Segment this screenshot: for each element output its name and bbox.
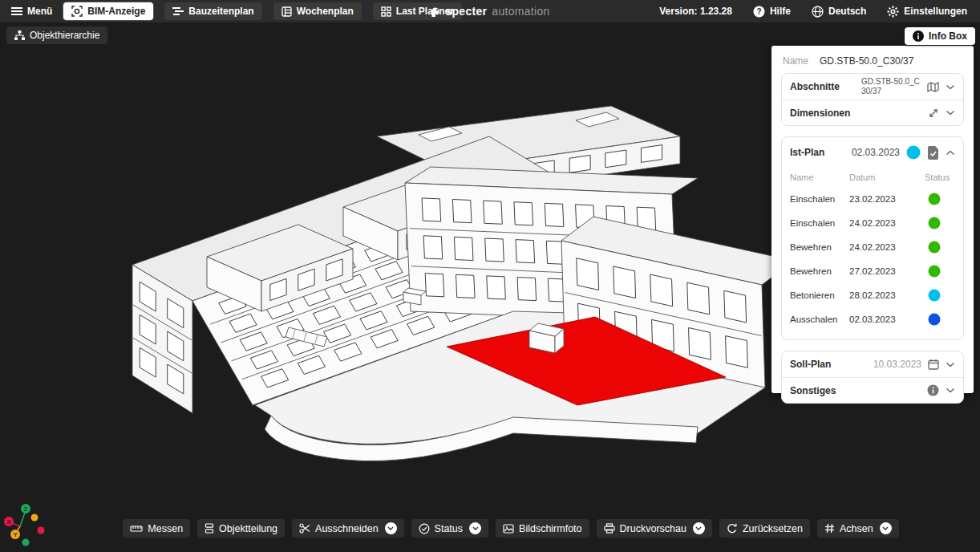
achsen-button[interactable]: Achsen [817,519,899,538]
objektteilung-button[interactable]: Objektteilung [197,519,285,538]
objektteilung-label: Objektteilung [219,523,277,534]
achsen-label: Achsen [840,523,873,534]
chevron-up-icon[interactable] [946,150,955,156]
info-icon [913,30,924,42]
druckvorschau-button[interactable]: Druckvorschau [597,519,712,538]
status-label: Status [435,523,463,534]
split-object-icon [205,523,214,534]
soll-plan-label: Soll-Plan [790,359,831,370]
tab-bauzeitenplan[interactable]: Bauzeitenplan [164,2,261,20]
tab-wochenplan[interactable]: Wochenplan [273,2,362,20]
axes-grid-icon [824,523,835,534]
gear-icon [887,6,899,18]
soll-plan-row[interactable]: Soll-Plan 10.03.2023 [782,351,963,377]
axis-neg-z-dot[interactable] [22,539,30,546]
object-hierarchy-button[interactable]: Objekthierarchie [6,26,107,44]
main-menu-button[interactable]: Menü [11,6,52,17]
calendar-icon [928,359,939,370]
status-dot [928,289,941,302]
zuruecksetzen-button[interactable]: Zurücksetzen [719,519,810,538]
info-panel: Name GD.STB-50.0_C30/37 Abschnitte GD.ST… [771,46,974,393]
tab-bim-anzeige[interactable]: BIM-Anzeige [63,2,153,20]
table-row: Ausschalen02.03.2023 [790,307,955,331]
expand-diagonal-icon [928,108,939,119]
grid-squares-icon [381,6,391,17]
settings-button[interactable]: Einstellungen [887,6,967,18]
axis-neg-y-dot[interactable] [31,514,38,522]
axis-neg-x-dot[interactable] [38,527,45,534]
table-row: Einschalen24.02.2023 [790,211,955,235]
table-row: Bewehren24.02.2023 [790,235,955,259]
sonstiges-label: Sonstiges [790,385,836,396]
druckvorschau-label: Druckvorschau [620,523,686,534]
hierarchy-icon [14,30,25,41]
bildschirmfoto-button[interactable]: Bildschirmfoto [496,519,589,538]
chevron-down-icon[interactable] [946,362,955,367]
plans-card: Soll-Plan 10.03.2023 Sonstiges [781,351,964,404]
ist-plan-status-dot [906,145,921,160]
ausschneiden-label: Ausschneiden [315,523,379,534]
status-dot [928,241,941,254]
axis-y-handle[interactable]: Y [10,530,20,539]
brand: specter automation [430,5,549,18]
ausschneiden-button[interactable]: Ausschneiden [292,519,404,538]
tab-bauzeitenplan-label: Bauzeitenplan [188,6,253,17]
dimensionen-label: Dimensionen [790,108,850,119]
info-filled-icon [927,384,939,396]
weekplan-icon [281,6,292,17]
document-check-icon [927,146,939,160]
dimensionen-row[interactable]: Dimensionen [782,99,963,125]
axis-gizmo[interactable]: Z X Y [0,496,56,552]
ruler-icon [130,525,143,533]
help-button[interactable]: ? Hilfe [753,6,791,18]
table-row: Bewehren27.02.2023 [790,259,955,283]
col-status: Status [918,172,955,182]
ist-plan-header[interactable]: Ist-Plan 02.03.2023 [782,137,963,168]
svg-text:Z: Z [24,506,28,512]
menu-label: Menü [27,6,52,17]
col-datum: Datum [849,172,918,182]
ausschneiden-dropdown[interactable] [385,522,397,534]
globe-icon [812,6,824,18]
map-icon [927,82,939,92]
brand-suffix: automation [492,5,549,18]
info-box-label: Info Box [929,30,967,42]
abschnitte-value: GD.STB-50.0_C30/37 [861,77,921,96]
language-button[interactable]: Deutsch [812,6,866,18]
status-button[interactable]: Status [411,519,488,538]
svg-text:Y: Y [14,532,18,538]
table-row: Betonieren28.02.2023 [790,283,955,307]
svg-text:X: X [7,519,11,525]
achsen-dropdown[interactable] [880,522,892,534]
axis-x-handle[interactable]: X [4,517,14,526]
ist-plan-label: Ist-Plan [790,147,824,158]
ist-plan-table: Name Datum Status Einschalen23.02.2023 E… [782,168,963,336]
element-name-label: Name [783,55,808,67]
chevron-down-icon[interactable] [946,110,955,116]
reset-rotate-icon [727,523,738,534]
druckvorschau-dropdown[interactable] [693,522,705,534]
sonstiges-row[interactable]: Sonstiges [782,377,963,403]
messen-button[interactable]: Messen [123,519,190,538]
axis-z-handle[interactable]: Z [21,504,30,513]
status-dropdown[interactable] [469,522,481,534]
messen-label: Messen [148,523,183,534]
chevron-down-icon[interactable] [946,84,955,90]
abschnitte-label: Abschnitte [790,81,840,92]
tab-wochenplan-label: Wochenplan [297,6,354,17]
settings-label: Einstellungen [904,6,967,17]
status-check-icon [419,523,430,534]
abschnitte-row[interactable]: Abschnitte GD.STB-50.0_C30/37 [782,74,963,99]
info-box-toggle[interactable]: Info Box [905,27,975,45]
tab-bim-anzeige-label: BIM-Anzeige [87,6,145,17]
col-name: Name [790,172,849,182]
chevron-down-icon[interactable] [946,388,955,393]
status-dot [928,313,941,326]
top-bar: Menü BIM-Anzeige Bauzeitenplan [0,0,980,22]
printer-icon [604,523,615,534]
scissors-icon [299,523,310,534]
object-hierarchy-label: Objekthierarchie [30,30,99,41]
slab-box [529,323,564,353]
status-dot [928,217,941,229]
sections-card: Abschnitte GD.STB-50.0_C30/37 Dimensione… [781,73,964,126]
